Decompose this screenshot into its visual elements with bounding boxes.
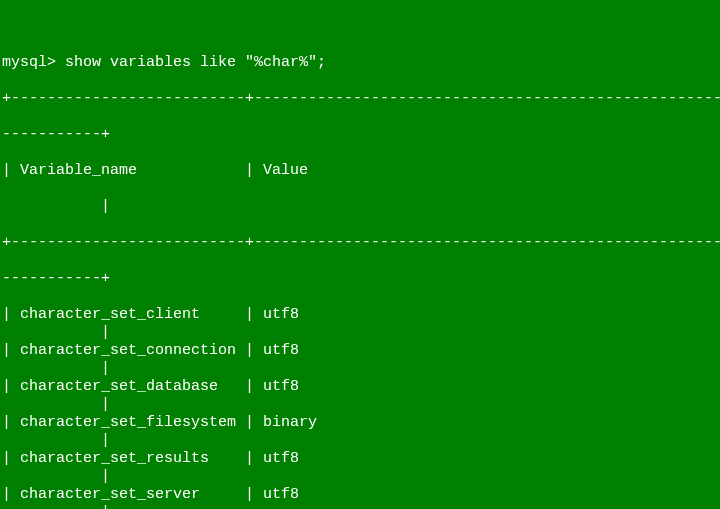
table-row: | character_set_results | utf8 [2,450,718,468]
header-row: | Variable_name | Value [2,162,718,180]
table-row-wrap: | [2,432,718,450]
mysql-prompt: mysql> [2,54,56,71]
table-row: | character_set_client | utf8 [2,306,718,324]
table-row: | character_set_server | utf8 [2,486,718,504]
divider-mid: +--------------------------+------------… [2,234,718,252]
table-row-wrap: | [2,324,718,342]
prompt-line: mysql> show variables like "%char%"; [2,54,718,72]
table-row: | character_set_filesystem | binary [2,414,718,432]
table-row-wrap: | [2,396,718,414]
header-row-wrap: | [2,198,718,216]
sql-command: show variables like "%char%"; [65,54,326,71]
table-row-wrap: | [2,504,718,509]
divider-top-wrap: -----------+ [2,126,718,144]
table-row-wrap: | [2,468,718,486]
divider-mid-wrap: -----------+ [2,270,718,288]
divider-top: +--------------------------+------------… [2,90,718,108]
table-row: | character_set_connection | utf8 [2,342,718,360]
table-row-wrap: | [2,360,718,378]
table-row: | character_set_database | utf8 [2,378,718,396]
